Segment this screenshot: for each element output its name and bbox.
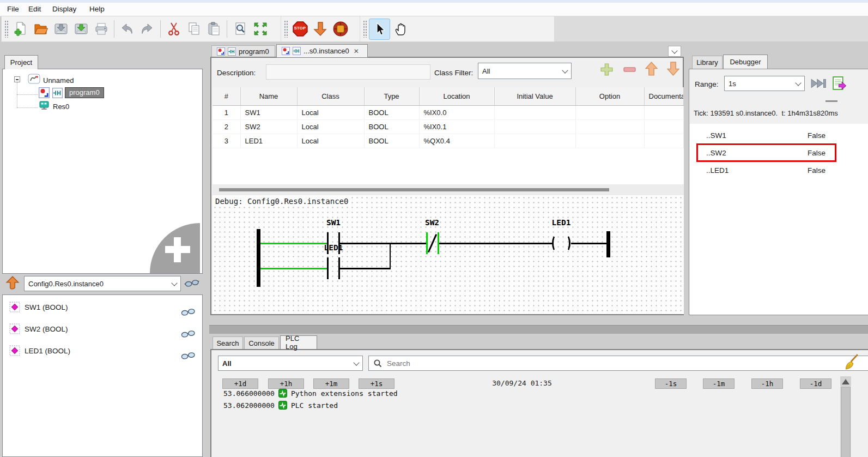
table-cell[interactable]: BOOL [364, 134, 419, 148]
log-time-plus-1s-button[interactable]: +1s [359, 378, 394, 389]
tab-list-dropdown-button[interactable] [668, 46, 681, 57]
toolbar-drag-handle[interactable] [363, 20, 367, 38]
table-cell[interactable] [494, 120, 575, 134]
stop-plc-button[interactable]: STOP [290, 19, 310, 39]
editor-tab-instance0[interactable]: ...s0.instance0 ✕ [276, 44, 368, 57]
tab-plc-log[interactable]: PLC Log [280, 335, 317, 349]
table-cell[interactable] [644, 134, 683, 148]
col-header-location[interactable]: Location [419, 87, 494, 106]
remove-variable-button[interactable] [622, 62, 637, 79]
col-header-initial-value[interactable]: Initial Value [494, 87, 575, 106]
table-cell[interactable] [575, 120, 644, 134]
move-variable-down-button[interactable] [666, 61, 680, 79]
range-select[interactable]: 1s [724, 76, 805, 91]
tab-project[interactable]: Project [4, 55, 38, 69]
table-cell[interactable] [494, 134, 575, 148]
table-cell[interactable]: Local [297, 120, 364, 134]
instance-path-select[interactable]: Config0.Res0.instance0 [24, 276, 181, 291]
log-time-plus-1m-button[interactable]: +1m [313, 378, 349, 389]
export-graph-button[interactable] [832, 76, 847, 93]
watch-variable-glasses-icon[interactable] [180, 308, 196, 316]
menu-help[interactable]: Help [89, 5, 105, 13]
log-time-minus-1s-button[interactable]: -1s [655, 378, 687, 389]
debug-variable-row[interactable]: ..SW1 False [690, 127, 868, 144]
search-in-project-button[interactable] [230, 19, 250, 39]
col-header-class[interactable]: Class [297, 87, 364, 106]
go-to-current-tick-button[interactable] [810, 78, 828, 91]
add-variable-button[interactable] [599, 62, 614, 79]
debugger-splitter-handle[interactable] [825, 100, 837, 102]
clean-log-button[interactable] [843, 353, 859, 372]
copy-button[interactable] [184, 19, 204, 39]
print-button[interactable] [91, 19, 111, 39]
tree-collapse-toggle[interactable] [14, 76, 20, 82]
table-row[interactable]: 1 SW1 Local BOOL %IX0.0 [213, 106, 683, 120]
table-cell[interactable]: LED1 [240, 134, 297, 148]
move-variable-up-button[interactable] [645, 61, 658, 79]
log-time-plus-1h-button[interactable]: +1h [268, 378, 304, 389]
run-plc-button[interactable] [330, 19, 350, 39]
fullscreen-button[interactable] [250, 19, 270, 39]
pou-variable-row[interactable]: SW1 (BOOL) [3, 298, 202, 320]
transfer-plc-button[interactable] [310, 19, 330, 39]
toolbar-drag-handle[interactable] [4, 20, 8, 38]
table-cell[interactable]: SW2 [240, 120, 297, 134]
select-mode-button[interactable] [369, 19, 390, 40]
table-cell[interactable] [575, 134, 644, 148]
log-search-box[interactable] [368, 356, 868, 371]
table-cell[interactable] [494, 106, 575, 120]
horizontal-sash[interactable] [209, 325, 868, 334]
col-header-option[interactable]: Option [575, 87, 644, 106]
tab-search[interactable]: Search [213, 336, 243, 349]
table-cell[interactable] [644, 106, 683, 120]
col-header-name[interactable]: Name [240, 87, 297, 106]
log-time-minus-1h-button[interactable]: -1h [751, 378, 783, 389]
redo-button[interactable] [137, 19, 157, 39]
new-button[interactable] [10, 19, 31, 39]
splitter-handle[interactable] [219, 188, 609, 191]
table-cell[interactable]: Local [297, 106, 364, 120]
editor-splitter[interactable] [213, 184, 684, 195]
parent-instance-icon[interactable] [4, 276, 21, 291]
log-level-select[interactable]: All [218, 356, 363, 371]
tab-library[interactable]: Library [692, 56, 723, 69]
class-filter-select[interactable]: All [478, 63, 572, 79]
table-row[interactable]: 3 LED1 Local BOOL %QX0.4 [213, 134, 683, 148]
log-time-plus-1d-button[interactable]: +1d [222, 378, 258, 389]
editor-tab-program0[interactable]: program0 [211, 45, 275, 57]
table-cell[interactable]: BOOL [364, 106, 419, 120]
open-button[interactable] [31, 19, 51, 39]
table-cell[interactable]: Local [297, 134, 364, 148]
col-header-index[interactable]: # [213, 87, 240, 106]
scrollbar-up-button[interactable] [840, 376, 851, 386]
tab-debugger[interactable]: Debugger [723, 55, 768, 69]
table-cell[interactable] [575, 106, 644, 120]
log-time-minus-1m-button[interactable]: -1m [703, 378, 735, 389]
table-row[interactable]: 2 SW2 Local BOOL %IX0.1 [213, 120, 683, 134]
save-as-button[interactable] [71, 19, 91, 39]
table-cell[interactable]: 1 [213, 106, 240, 120]
table-cell[interactable]: BOOL [364, 120, 419, 134]
debug-variable-row[interactable]: ..LED1 False [690, 162, 868, 179]
log-search-input[interactable] [386, 359, 868, 368]
menu-file[interactable]: File [7, 5, 19, 13]
table-cell[interactable]: %IX0.0 [419, 106, 494, 120]
pou-variable-row[interactable]: SW2 (BOOL) [3, 320, 202, 342]
col-header-documentation[interactable]: Documentation [644, 87, 683, 106]
menu-edit[interactable]: Edit [28, 5, 41, 13]
table-cell[interactable]: 3 [213, 134, 240, 148]
close-icon[interactable]: ✕ [354, 47, 359, 55]
scrollbar-thumb[interactable] [841, 387, 851, 457]
tree-item-program-selected[interactable]: program0 [65, 87, 104, 98]
log-time-minus-1d-button[interactable]: -1d [800, 378, 831, 389]
add-element-button[interactable] [150, 223, 200, 273]
table-cell[interactable]: SW1 [240, 106, 297, 120]
toolbar-drag-handle[interactable] [284, 20, 288, 38]
watch-variable-glasses-icon[interactable] [180, 352, 196, 360]
paste-button[interactable] [204, 19, 224, 39]
tab-console[interactable]: Console [244, 336, 279, 349]
table-cell[interactable]: %QX0.4 [419, 134, 494, 148]
watch-variable-glasses-icon[interactable] [180, 330, 196, 338]
pan-mode-button[interactable] [390, 19, 410, 39]
description-input[interactable] [266, 64, 430, 80]
